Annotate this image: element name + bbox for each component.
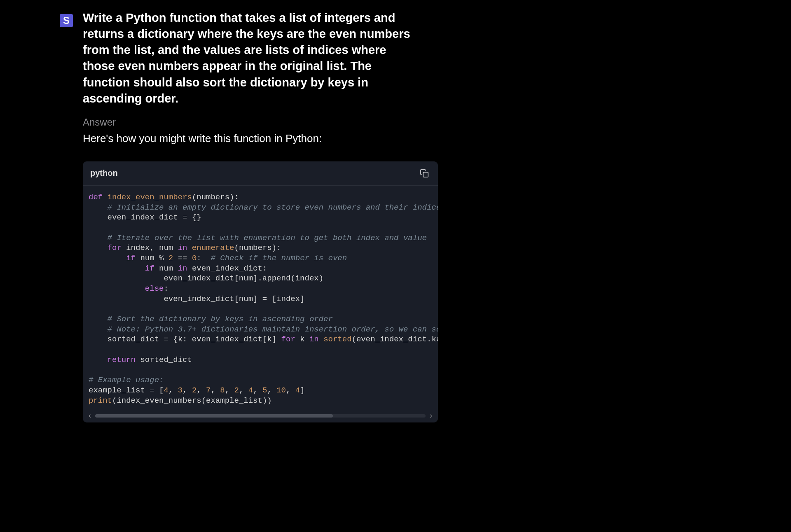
code-block: python def index_even_numbers(numbers): … <box>83 161 438 422</box>
scroll-left-arrow[interactable]: ‹ <box>87 411 93 420</box>
copy-button[interactable] <box>418 167 431 180</box>
code-header: python <box>83 161 438 186</box>
scroll-right-arrow[interactable]: › <box>428 411 434 420</box>
avatar-letter: S <box>63 15 70 26</box>
message-content: Write a Python function that takes a lis… <box>83 10 513 422</box>
user-avatar: S <box>60 14 73 27</box>
svg-rect-0 <box>423 172 428 177</box>
horizontal-scrollbar[interactable]: ‹ › <box>83 409 438 422</box>
code-body[interactable]: def index_even_numbers(numbers): # Initi… <box>83 186 438 409</box>
answer-intro: Here's how you might write this function… <box>83 132 513 145</box>
scroll-thumb[interactable] <box>95 414 333 418</box>
code-language-label: python <box>90 168 118 178</box>
question-text: Write a Python function that takes a lis… <box>83 10 421 107</box>
answer-label: Answer <box>83 117 513 128</box>
copy-icon <box>420 169 429 178</box>
code-text: def index_even_numbers(numbers): # Initi… <box>89 192 432 406</box>
scroll-track[interactable] <box>95 414 426 418</box>
chat-container: S Write a Python function that takes a l… <box>60 10 513 422</box>
